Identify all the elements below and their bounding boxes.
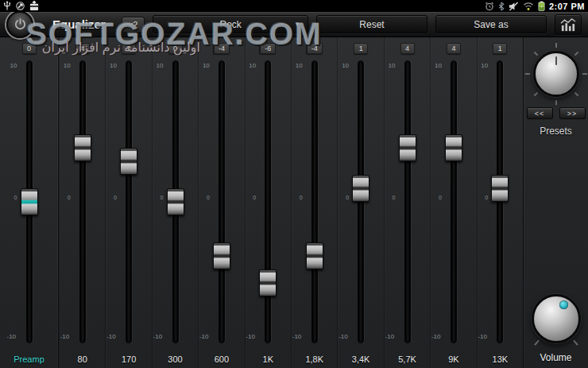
eq-band-600: -4 10 0 -10 600 <box>198 37 244 368</box>
scale-mid-label: 0 <box>253 195 256 200</box>
scale-top-label: 10 <box>110 62 117 69</box>
knob-tick <box>533 52 538 56</box>
band-value-badge: -4 <box>307 43 323 54</box>
power-button[interactable] <box>6 11 33 38</box>
eq-band-80: 4 10 0 -10 80 <box>59 37 105 368</box>
scale-top-label: 10 <box>10 62 17 69</box>
scale-bottom-label: -10 <box>7 333 17 340</box>
eq-band-1k: -6 10 0 -10 1K <box>245 37 291 368</box>
save-as-button[interactable]: Save as <box>435 15 547 33</box>
slider-track[interactable] <box>219 60 225 343</box>
bars-icon <box>559 17 577 32</box>
toolbar: Equalizer x2 Rock ▼ Reset Save as <box>0 12 588 37</box>
slider-thumb[interactable] <box>445 134 462 161</box>
scale-top-label: 10 <box>249 62 256 69</box>
band-value-badge: 4 <box>447 43 461 54</box>
mute-icon <box>509 2 519 11</box>
scale-mid-label: 0 <box>439 195 442 200</box>
band-value-badge: 4 <box>400 43 415 54</box>
eq-band-13k: 1 10 0 -10 13K <box>477 37 523 368</box>
slider-thumb[interactable] <box>213 242 230 269</box>
scale-top-label: 10 <box>342 62 349 69</box>
band-label: 5,7K <box>385 354 430 364</box>
scale-mid-label: 0 <box>346 195 349 200</box>
package-icon <box>29 1 39 11</box>
presets-prev-button[interactable]: << <box>527 107 553 119</box>
preamp-multiplier-badge[interactable]: x2 <box>122 17 145 33</box>
scale-bottom-label: -10 <box>60 333 70 340</box>
usb-icon <box>3 1 11 11</box>
band-label: 1K <box>246 354 291 364</box>
tone-button[interactable] <box>555 14 582 35</box>
slider-thumb[interactable] <box>120 148 137 175</box>
knob-tick <box>534 339 540 345</box>
slider-thumb[interactable] <box>306 242 323 269</box>
eq-band-preamp: 0 10 0 -10 Preamp <box>0 37 59 368</box>
knob-tick <box>582 73 587 75</box>
slider-thumb[interactable] <box>21 188 38 215</box>
alarm-icon <box>485 2 494 11</box>
status-bar: 2:07 PM <box>0 0 588 12</box>
scale-bottom-label: -10 <box>385 333 395 340</box>
slider-track[interactable] <box>358 60 364 343</box>
volume-knob-dot <box>559 300 568 309</box>
slider-track[interactable] <box>497 60 503 343</box>
scale-top-label: 10 <box>296 62 303 69</box>
battery-icon <box>538 1 545 11</box>
eq-band-300: 0 10 0 -10 300 <box>152 37 198 368</box>
scale-bottom-label: -10 <box>199 333 209 340</box>
band-value-badge: -6 <box>260 43 276 54</box>
scale-top-label: 10 <box>435 62 442 69</box>
page-title: Equalizer <box>52 17 106 31</box>
equalizer-screen: 2:07 PM Equalizer x2 Rock ▼ Reset Save a… <box>0 0 588 368</box>
reset-button[interactable]: Reset <box>316 15 427 33</box>
slider-thumb[interactable] <box>167 188 184 215</box>
presets-knob[interactable] <box>533 51 579 97</box>
slider-track[interactable] <box>126 60 132 343</box>
knob-tick <box>555 100 557 105</box>
bluetooth-icon <box>498 2 505 11</box>
preset-dropdown[interactable]: Rock ▼ <box>153 15 308 33</box>
knob-indicator <box>555 56 557 65</box>
knob-tick <box>525 73 530 75</box>
slider-track[interactable] <box>79 60 86 343</box>
presets-next-button[interactable]: >> <box>559 107 586 119</box>
eq-panel: 0 10 0 -10 Preamp 4 10 0 -10 80 3 10 0 -… <box>0 37 588 368</box>
scale-top-label: 10 <box>389 62 396 69</box>
band-value-badge: 3 <box>122 43 136 54</box>
scale-bottom-label: -10 <box>292 333 302 340</box>
slider-track[interactable] <box>265 60 271 343</box>
slider-thumb[interactable] <box>259 269 277 296</box>
scale-top-label: 10 <box>64 62 71 69</box>
slider-thumb[interactable] <box>74 134 91 161</box>
slider-track[interactable] <box>404 60 411 343</box>
band-label: 600 <box>199 354 244 364</box>
right-panel: << >> Presets Volume <box>523 37 588 368</box>
volume-knob[interactable] <box>532 294 581 343</box>
slider-track[interactable] <box>311 60 318 343</box>
band-label: 13K <box>478 354 523 364</box>
band-label: 1,8K <box>292 354 337 364</box>
band-label: 3,4K <box>338 354 383 364</box>
scale-mid-label: 0 <box>68 195 71 200</box>
clock-label: 2:07 PM <box>549 2 585 11</box>
band-label: 80 <box>60 354 105 364</box>
band-value-badge: 0 <box>168 43 183 54</box>
slider-thumb[interactable] <box>491 175 509 202</box>
band-value-badge: 1 <box>354 43 368 54</box>
scale-top-label: 10 <box>157 62 164 69</box>
sync-icon <box>15 1 25 11</box>
slider-thumb[interactable] <box>399 134 416 161</box>
scale-top-label: 10 <box>481 62 488 69</box>
chevron-down-icon: ▼ <box>294 21 300 28</box>
volume-label: Volume <box>540 352 571 363</box>
scale-bottom-label: -10 <box>338 333 348 340</box>
eq-band-3-4k: 1 10 0 -10 3,4K <box>337 37 383 368</box>
slider-thumb[interactable] <box>352 175 369 202</box>
scale-bottom-label: -10 <box>153 333 163 340</box>
power-icon <box>14 17 27 31</box>
band-value-badge: 0 <box>22 43 37 54</box>
band-value-badge: 4 <box>75 43 90 54</box>
slider-track[interactable] <box>451 60 457 343</box>
preset-nav-buttons: << >> <box>527 107 586 119</box>
